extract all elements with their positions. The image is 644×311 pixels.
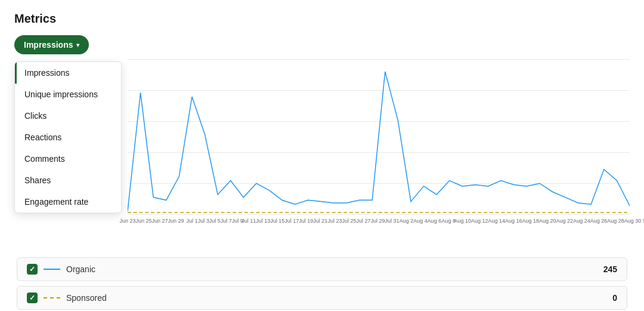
x-axis-label: Jul 27 [356,218,370,224]
dropdown-item[interactable]: Unique impressions [15,84,121,105]
legend-sponsored: ✓ Sponsored 0 [17,286,627,310]
x-axis-label: Jun 23 [119,218,135,224]
x-axis-label: Aug 18 [522,218,540,224]
page-title: Metrics [14,12,630,26]
x-axis-label: Aug 2 [400,218,414,224]
x-axis-label: Aug 4 [413,218,428,224]
organic-chart-line [128,72,630,211]
x-axis-label: Aug 12 [471,218,488,224]
x-axis-label: Aug 22 [556,218,574,224]
organic-value: 245 [603,264,617,274]
chart-wrapper: Jun 23Jun 25Jun 27Jun 29Jul 1Jul 3Jul 5J… [128,59,630,238]
dropdown-item[interactable]: Engagement rate [15,191,121,213]
sponsored-checkbox[interactable]: ✓ [27,292,38,303]
organic-checkbox[interactable]: ✓ [27,264,38,275]
x-axis-label: Jul 29 [370,218,385,224]
x-axis-label: Jun 27 [152,218,168,224]
dropdown-item[interactable]: Clicks [15,105,121,127]
sponsored-line-icon [44,297,60,298]
check-icon: ✓ [29,294,35,302]
x-axis-label: Jul 25 [342,218,356,224]
x-axis-label: Jul 13 [256,218,270,224]
x-axis-label: Jun 29 [168,218,184,224]
x-axis-label: Aug 14 [488,218,505,224]
x-axis-label: Aug 30 [624,218,642,224]
x-axis-label: Jul 31 [385,218,400,224]
impressions-button[interactable]: Impressions ▾ [14,35,89,54]
x-axis-label: Jul 1 [187,218,198,224]
impressions-button-label: Impressions [24,40,73,50]
x-axis-label: Jul 15 [270,218,284,224]
organic-line-icon [44,269,60,270]
x-axis-label: Aug 28 [607,218,624,224]
impressions-dropdown-wrapper: Impressions ▾ ImpressionsUnique impressi… [14,35,89,54]
x-axis-label: Jul 19 [299,218,313,224]
x-axis-label: Jul 5 [209,218,221,224]
x-axis-label: Aug 26 [590,218,608,224]
x-axis-label: Jul 23 [327,218,342,224]
dropdown-item[interactable]: Comments [15,148,121,170]
dropdown-item[interactable]: Reactions [15,127,121,148]
x-axis-labels: Jun 23Jun 25Jun 27Jun 29Jul 1Jul 3Jul 5J… [128,214,630,238]
legend-organic: ✓ Organic 245 [17,257,627,281]
x-axis-label: Aug 16 [505,218,522,224]
x-axis-label: Aug 20 [539,218,556,224]
x-axis-label: Jul 11 [242,218,256,224]
x-axis-label: Aug 6 [428,218,442,224]
legend-section: ✓ Organic 245 ✓ Sponsored 0 [14,257,630,310]
dropdown-item[interactable]: Shares [15,170,121,191]
x-axis-label: Jun 25 [136,218,152,224]
sponsored-value: 0 [612,293,617,303]
dropdown-item[interactable]: Impressions [15,62,121,84]
x-axis-label: Jul 21 [313,218,327,224]
x-axis-label: Aug 10 [454,218,471,224]
chevron-down-icon: ▾ [76,42,79,48]
x-axis-label: Aug 8 [441,218,456,224]
x-axis-label: Jul 3 [198,218,209,224]
organic-label: Organic [66,264,597,274]
x-axis-label: Jul 17 [284,218,299,224]
check-icon: ✓ [29,265,35,273]
x-axis-label: Jul 7 [221,218,232,224]
chart-svg [128,59,630,214]
dropdown-menu: ImpressionsUnique impressionsClicksReact… [14,61,122,213]
sponsored-label: Sponsored [66,293,606,303]
x-axis-label: Aug 24 [573,218,590,224]
